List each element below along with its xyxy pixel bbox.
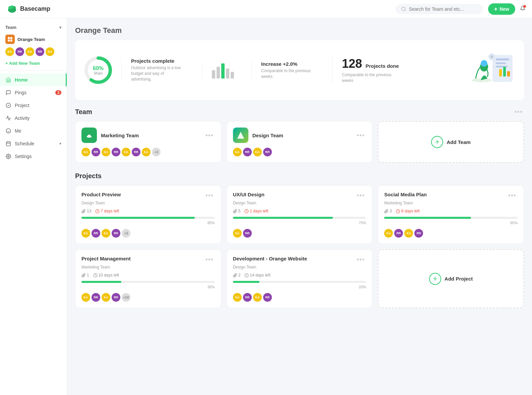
topnav: Basecamp + New: [0, 0, 532, 18]
home-icon: [5, 77, 11, 83]
avatar: KA: [46, 47, 54, 56]
progress-fill: [81, 281, 121, 283]
progress-fill: [233, 281, 260, 283]
progress-fill: [384, 217, 471, 219]
sidebar-team-section: Team ▾: [0, 23, 67, 33]
svg-rect-7: [10, 37, 12, 39]
project-more-button[interactable]: •••: [507, 192, 518, 199]
app-logo[interactable]: Basecamp: [7, 4, 50, 14]
avatar: RR: [112, 148, 120, 156]
avatar: RR: [243, 148, 252, 156]
sidebar-item-pings[interactable]: Pings 3: [0, 86, 67, 99]
progress-label: 75%: [233, 221, 366, 225]
svg-point-3: [10, 5, 14, 9]
notification-button[interactable]: [520, 6, 525, 12]
project-card-management: Project Management ••• Marketing Team 1 …: [75, 249, 221, 308]
project-more-button[interactable]: •••: [355, 256, 366, 263]
project-deadline: 14 days left: [244, 273, 270, 278]
sidebar-item-label: Schedule: [15, 141, 34, 146]
avatar: RR: [15, 47, 24, 56]
header-illustration: [462, 48, 516, 92]
current-team-card[interactable]: Orange Team: [0, 33, 67, 46]
sidebar-item-label: Settings: [15, 154, 32, 159]
avatar: RR: [263, 148, 272, 156]
attachment-count: 2: [233, 273, 241, 278]
project-more-button[interactable]: •••: [204, 192, 215, 199]
marketing-team-more-button[interactable]: •••: [204, 132, 215, 139]
marketing-team-avatars: KA RR KA RR KA RR KA +3: [81, 148, 215, 156]
add-team-button[interactable]: + Add Team: [378, 121, 524, 163]
design-team-more-button[interactable]: •••: [355, 132, 366, 139]
project-avatars: KA RR KA RR +10: [81, 293, 215, 302]
projects-complete-donut: 60% Share: [83, 55, 113, 85]
design-team-header: Design Team •••: [233, 128, 366, 143]
add-new-team-button[interactable]: + Add New Team: [0, 59, 67, 68]
avatar: KA: [81, 148, 90, 156]
new-button[interactable]: + New: [488, 3, 515, 15]
sidebar-item-schedule[interactable]: Schedule ▾: [0, 137, 67, 150]
bar: [231, 72, 234, 79]
svg-rect-14: [6, 142, 10, 146]
search-input[interactable]: [409, 6, 476, 12]
avatar: KA: [81, 293, 90, 302]
svg-rect-26: [503, 67, 506, 77]
svg-rect-35: [88, 137, 91, 138]
gear-icon: [5, 153, 11, 159]
team-orange-badge: [5, 35, 15, 44]
add-project-button[interactable]: + Add Project: [378, 249, 524, 308]
avatar: KA: [122, 148, 130, 156]
avatar: RR: [92, 229, 100, 238]
marketing-team-name: Marketing Team: [101, 133, 200, 138]
sidebar-item-me[interactable]: Me: [0, 125, 67, 137]
project-team: Marketing Team: [81, 265, 215, 269]
avatar: KA: [253, 148, 262, 156]
projects-complete-stat: Projects complete Outdoor advertising is…: [121, 58, 194, 82]
orange-team-title: Orange Team: [75, 26, 524, 35]
avatar: KA: [102, 148, 110, 156]
project-more-button[interactable]: •••: [204, 256, 215, 263]
project-deadline: 8 days left: [396, 209, 420, 213]
projects-done-stat: 128 Projects done Comparable to the prev…: [332, 57, 408, 84]
project-card-social-media: Social Media Plan ••• Marketing Team 3 8…: [378, 185, 524, 244]
project-deadline: 7 days left: [95, 209, 119, 213]
avatar: KA: [102, 293, 110, 302]
avatar: KA: [233, 293, 242, 302]
marketing-team-card: Marketing Team ••• KA RR KA RR KA RR KA …: [75, 121, 221, 163]
avatar: RR: [112, 293, 120, 302]
projects-grid: Product Preview ••• Design Team 13 7 day…: [75, 185, 524, 308]
schedule-chevron-icon: ▾: [59, 141, 61, 146]
chat-icon: [5, 90, 11, 96]
sidebar-item-settings[interactable]: Settings: [0, 150, 67, 163]
add-team-label: Add Team: [447, 139, 470, 145]
sidebar-divider: [0, 70, 67, 71]
sidebar-item-home[interactable]: Home: [0, 73, 67, 86]
main-content: Orange Team 60% Share Projects complete …: [67, 18, 532, 395]
done-sub: Comparable to the previous weeks: [342, 72, 396, 84]
avatar: KA: [404, 229, 413, 238]
activity-icon: [5, 115, 11, 121]
progress-bar: [384, 217, 518, 219]
calendar-icon: [5, 141, 11, 147]
progress-label: 20%: [233, 285, 366, 289]
projects-complete-label: Projects complete: [131, 58, 185, 64]
avatar: RR: [243, 293, 252, 302]
attachment-count: 5: [233, 209, 241, 213]
project-title: Project Management: [81, 256, 131, 261]
search-bar[interactable]: [396, 4, 483, 14]
projects-complete-sub: Outdoor advertising is a low budget and …: [131, 65, 185, 82]
sidebar-item-label: Home: [15, 77, 28, 83]
team-section-more-button[interactable]: •••: [513, 108, 524, 116]
avatar: KA: [142, 148, 151, 156]
app-name: Basecamp: [20, 5, 50, 12]
avatar: RR: [263, 293, 272, 302]
project-more-button[interactable]: •••: [355, 192, 366, 199]
avatar: RR: [36, 47, 44, 56]
attachment-count: 3: [384, 209, 392, 213]
sidebar-item-project[interactable]: Project: [0, 99, 67, 112]
progress-bar: [81, 281, 215, 283]
donut-percent: 60%: [93, 65, 104, 71]
svg-point-18: [8, 156, 9, 157]
add-project-label: Add Project: [445, 276, 473, 282]
attachment-count: 1: [81, 273, 89, 278]
sidebar-item-activity[interactable]: Activity: [0, 112, 67, 125]
